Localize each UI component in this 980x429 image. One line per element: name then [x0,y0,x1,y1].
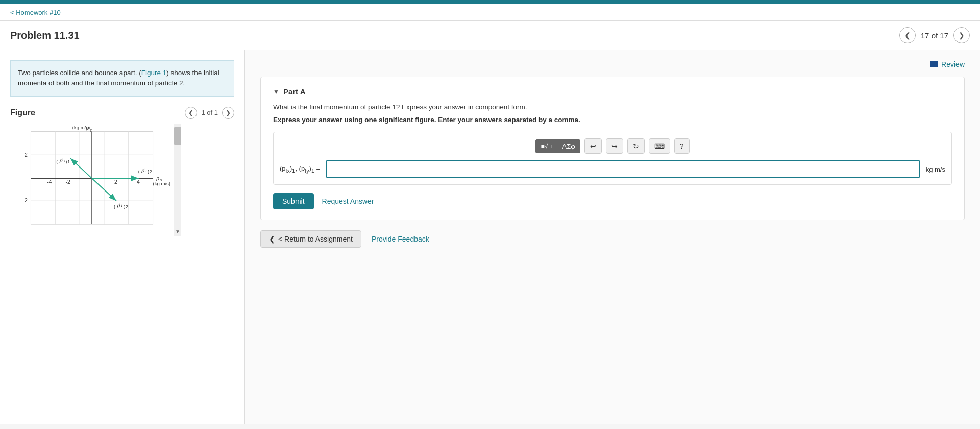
part-a-title: Part A [283,87,306,96]
part-arrow-icon: ▼ [273,88,279,96]
nav-label: 17 of 17 [921,31,948,40]
figure-next-button[interactable]: ❯ [222,107,234,119]
svg-text:-4: -4 [47,178,52,184]
svg-text:2: 2 [126,204,128,209]
left-panel: Two particles collide and bounce apart. … [0,50,245,424]
review-area: Review [260,60,965,68]
figure-nav: ❮ 1 of 1 ❯ [185,107,234,119]
undo-btn[interactable]: ↩ [584,138,602,154]
svg-text:(kg m/s): (kg m/s) [153,180,170,186]
svg-text:2: 2 [150,169,152,174]
part-a-section: ▼ Part A What is the final momentum of p… [260,77,965,220]
svg-text:2: 2 [24,152,28,158]
bottom-actions: ❮ < Return to Assignment Provide Feedbac… [260,230,965,248]
return-button[interactable]: ❮ < Return to Assignment [260,230,361,248]
instruction-text: Express your answer using one significan… [273,116,952,124]
svg-text:-2: -2 [65,178,70,184]
scroll-bar[interactable]: ▼ [174,124,181,236]
input-label: (pfx)1, (pfy)1 = [280,164,320,174]
redo-btn[interactable]: ↪ [606,138,623,154]
prev-button[interactable]: ❮ [899,27,916,43]
next-button[interactable]: ❯ [953,27,970,43]
scroll-thumb [174,127,181,145]
figure-count: 1 of 1 [201,109,218,116]
breadcrumb-link[interactable]: < Homework #10 [10,9,61,16]
problem-text-box: Two particles collide and bounce apart. … [10,60,234,97]
svg-text:): ) [124,203,125,209]
top-bar [0,0,980,4]
return-label: < Return to Assignment [278,235,353,243]
svg-text:): ) [148,168,149,174]
return-icon: ❮ [269,235,275,243]
figure-prev-button[interactable]: ❮ [185,107,197,119]
unit-label: kg m/s [926,165,945,173]
figure-link[interactable]: Figure 1 [141,69,167,77]
help-btn[interactable]: ? [674,138,690,154]
formula-btn[interactable]: ■√□ [535,139,557,153]
action-row: Submit Request Answer [273,193,952,209]
graph-wrapper: -4 -2 2 4 2 -2 p x (kg m/s) p y (kg m/s) [10,124,234,236]
review-link[interactable]: Review [941,60,965,68]
main-layout: Two particles collide and bounce apart. … [0,50,980,424]
svg-text:(kg m/s): (kg m/s) [72,124,90,130]
svg-text:2: 2 [114,178,117,184]
svg-text:): ) [65,158,67,164]
svg-text:4: 4 [137,178,140,184]
header-row: Problem 11.31 ❮ 17 of 17 ❯ [0,21,980,50]
answer-box: ■√□ ΑΣφ ↩ ↪ ↻ ⌨ ? (pfx)1, (pfy)1 = kg m/… [273,132,952,185]
request-answer-link[interactable]: Request Answer [322,197,374,205]
figure-header: Figure ❮ 1 of 1 ❯ [10,107,234,119]
math-toolbar-group: ■√□ ΑΣφ [535,139,580,153]
svg-text:-2: -2 [22,197,28,203]
review-icon [930,61,938,67]
right-panel: Review ▼ Part A What is the final moment… [245,50,980,424]
problem-text-prefix: Two particles collide and bounce apart. … [18,69,141,77]
figure-title: Figure [10,108,35,117]
nav-controls: ❮ 17 of 17 ❯ [899,27,970,43]
input-row: (pfx)1, (pfy)1 = kg m/s [280,160,945,178]
part-a-header: ▼ Part A [273,87,952,96]
graph-svg: -4 -2 2 4 2 -2 p x (kg m/s) p y (kg m/s) [10,124,174,236]
svg-text:y: y [90,127,92,132]
symbols-btn[interactable]: ΑΣφ [557,139,580,153]
answer-input[interactable] [326,160,920,178]
submit-button[interactable]: Submit [273,193,314,209]
question-text: What is the final momentum of particle 1… [273,103,952,111]
figure-section: Figure ❮ 1 of 1 ❯ [0,107,244,424]
svg-text:1: 1 [67,159,70,164]
toolbar: ■√□ ΑΣφ ↩ ↪ ↻ ⌨ ? [280,138,945,154]
problem-title: Problem 11.31 [10,30,80,41]
breadcrumb-bar: < Homework #10 [0,4,980,21]
feedback-link[interactable]: Provide Feedback [372,235,429,243]
reset-btn[interactable]: ↻ [627,138,645,154]
keyboard-btn[interactable]: ⌨ [649,138,670,154]
scroll-down-arrow[interactable]: ▼ [174,229,181,234]
